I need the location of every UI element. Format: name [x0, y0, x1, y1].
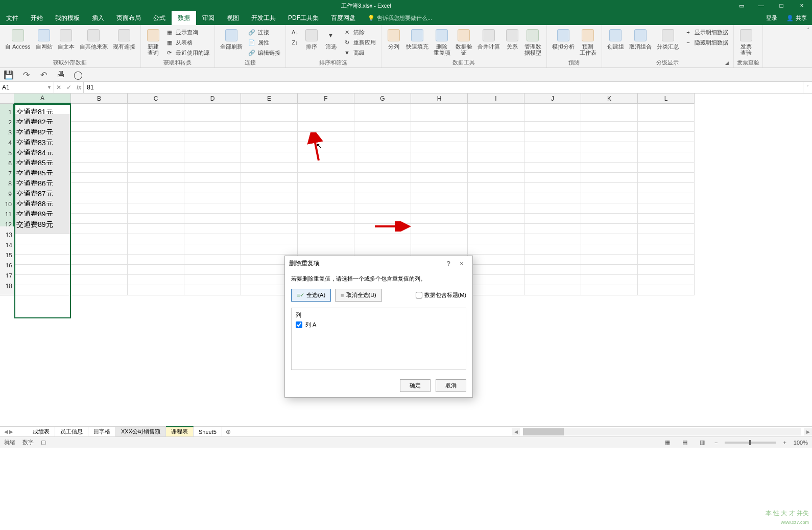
col-header-G[interactable]: G [354, 94, 411, 104]
col-header-A[interactable]: A [14, 94, 71, 104]
col-header-K[interactable]: K [581, 94, 638, 104]
name-box-dropdown-icon[interactable]: ▼ [47, 85, 52, 90]
new-query-button[interactable]: 新建 查询 [144, 27, 162, 57]
select-all-button[interactable]: ≡✓全选(A) [291, 289, 331, 302]
col-header-C[interactable]: C [128, 94, 184, 104]
properties-button[interactable]: 📄属性 [246, 37, 282, 48]
flash-fill-button[interactable]: 快速填充 [404, 27, 431, 51]
hscroll-thumb[interactable] [523, 428, 564, 435]
tab-home[interactable]: 开始 [25, 11, 49, 25]
add-sheet-button[interactable]: ⊕ [222, 428, 234, 435]
tab-nav-next[interactable]: ▶ [9, 429, 13, 434]
column-a-checkbox[interactable]: 列 A [296, 321, 462, 329]
ok-button[interactable]: 确定 [400, 379, 431, 392]
record-macro-icon[interactable]: ▢ [41, 439, 46, 446]
ribbon-display-icon[interactable]: ▭ [732, 3, 751, 9]
subtotal-button[interactable]: 分类汇总 [655, 27, 681, 51]
name-box[interactable]: ▼ [0, 82, 54, 93]
outline-dialog-launcher[interactable]: ◢ [724, 60, 730, 66]
col-header-I[interactable]: I [468, 94, 524, 104]
dialog-close-button[interactable]: × [455, 260, 468, 267]
from-web-button[interactable]: 自网站 [34, 27, 55, 51]
connections-button[interactable]: 🔗连接 [246, 27, 282, 37]
tab-file[interactable]: 文件 [0, 11, 25, 25]
redo-button[interactable]: ↷ [21, 70, 31, 79]
tab-insert[interactable]: 插入 [86, 11, 110, 25]
manage-data-model-button[interactable]: 管理数 据模型 [522, 27, 543, 57]
cell-K18[interactable] [581, 278, 638, 295]
whatif-button[interactable]: 模拟分析 [550, 27, 577, 51]
tab-view[interactable]: 视图 [221, 11, 245, 25]
save-button[interactable]: 💾 [4, 70, 13, 79]
tab-review[interactable]: 审阅 [196, 11, 221, 25]
name-box-input[interactable] [2, 84, 38, 91]
sheet-tab-2[interactable]: 员工信息 [55, 427, 88, 436]
sheet-tab-4[interactable]: XXX公司销售额 [116, 427, 166, 436]
expand-formula-bar-icon[interactable]: ˅ [803, 82, 812, 93]
col-header-D[interactable]: D [184, 94, 241, 104]
tab-pdf[interactable]: PDF工具集 [282, 11, 325, 25]
page-break-view-button[interactable]: ▥ [697, 439, 707, 447]
cell-I18[interactable] [468, 278, 524, 295]
from-other-button[interactable]: 自其他来源 [78, 27, 110, 51]
group-button[interactable]: 创建组 [605, 27, 626, 51]
columns-list[interactable]: 列 列 A [291, 308, 466, 370]
deselect-all-button[interactable]: ≡取消全选(U) [335, 289, 382, 302]
sort-button[interactable]: 排序 [302, 27, 321, 51]
cell-C18[interactable] [128, 278, 184, 295]
tab-devtools[interactable]: 开发工具 [245, 11, 282, 25]
from-access-button[interactable]: 自 Access [3, 27, 33, 51]
refresh-all-button[interactable]: 全部刷新 [218, 27, 245, 51]
ungroup-button[interactable]: 取消组合 [627, 27, 654, 51]
page-layout-view-button[interactable]: ▤ [680, 439, 690, 447]
hide-detail-button[interactable]: −隐藏明细数据 [682, 37, 730, 48]
tab-data[interactable]: 数据 [172, 11, 196, 25]
tab-formulas[interactable]: 公式 [147, 11, 172, 25]
tab-templates[interactable]: 我的模板 [49, 11, 86, 25]
sort-desc-button[interactable]: Z↓ [289, 37, 301, 48]
col-header-F[interactable]: F [298, 94, 354, 104]
tell-me-input[interactable]: 💡告诉我您想要做什么... [368, 14, 432, 22]
enter-formula-icon[interactable]: ✓ [66, 84, 71, 91]
print-preview-button[interactable]: 🖶 [56, 70, 65, 79]
zoom-in-button[interactable]: + [783, 440, 786, 446]
show-detail-button[interactable]: +显示明细数据 [682, 27, 730, 37]
zoom-slider[interactable] [725, 442, 776, 444]
normal-view-button[interactable]: ▦ [662, 439, 673, 447]
cell-L18[interactable] [638, 278, 695, 295]
hscroll-right[interactable]: ▶ [804, 428, 812, 435]
col-header-E[interactable]: E [241, 94, 298, 104]
col-header-H[interactable]: H [411, 94, 468, 104]
dialog-help-button[interactable]: ? [442, 260, 455, 267]
cell-B18[interactable] [71, 278, 128, 295]
zoom-level[interactable]: 100% [794, 440, 808, 446]
show-queries-button[interactable]: ▦显示查询 [163, 27, 211, 37]
maximize-button[interactable]: □ [771, 0, 792, 11]
fx-button[interactable]: fx [77, 84, 81, 91]
reapply-filter-button[interactable]: ↻重新应用 [341, 37, 378, 48]
sort-asc-button[interactable]: A↓ [289, 27, 301, 37]
data-validation-button[interactable]: 数据验 证 [453, 27, 474, 57]
share-button[interactable]: 👤共享 [781, 11, 812, 25]
from-text-button[interactable]: 自文本 [56, 27, 77, 51]
col-header-J[interactable]: J [524, 94, 581, 104]
cancel-button[interactable]: 取消 [436, 379, 466, 392]
col-header-L[interactable]: L [638, 94, 695, 104]
tab-layout[interactable]: 页面布局 [110, 11, 147, 25]
row-header-18[interactable]: 18 [0, 278, 14, 295]
sheet-tab-6[interactable]: Sheet5 [194, 427, 222, 436]
tab-nav-prev[interactable]: ◀ [4, 429, 8, 434]
advanced-filter-button[interactable]: ▼高级 [341, 48, 378, 58]
close-button[interactable]: × [792, 0, 812, 11]
col-header-B[interactable]: B [71, 94, 128, 104]
consolidate-button[interactable]: 合并计算 [475, 27, 502, 51]
collapse-ribbon-icon[interactable]: ˄ [807, 27, 810, 34]
touch-mode-button[interactable]: ◯ [74, 70, 83, 79]
sheet-tab-1[interactable]: 成绩表 [28, 427, 55, 436]
zoom-out-button[interactable]: − [714, 440, 718, 446]
login-link[interactable]: 登录 [762, 11, 781, 25]
hscroll-left[interactable]: ◀ [512, 428, 520, 435]
has-headers-checkbox[interactable]: 数据包含标题(M) [416, 291, 467, 299]
cancel-formula-icon[interactable]: ✕ [56, 84, 61, 91]
cell-A18[interactable] [14, 278, 71, 295]
